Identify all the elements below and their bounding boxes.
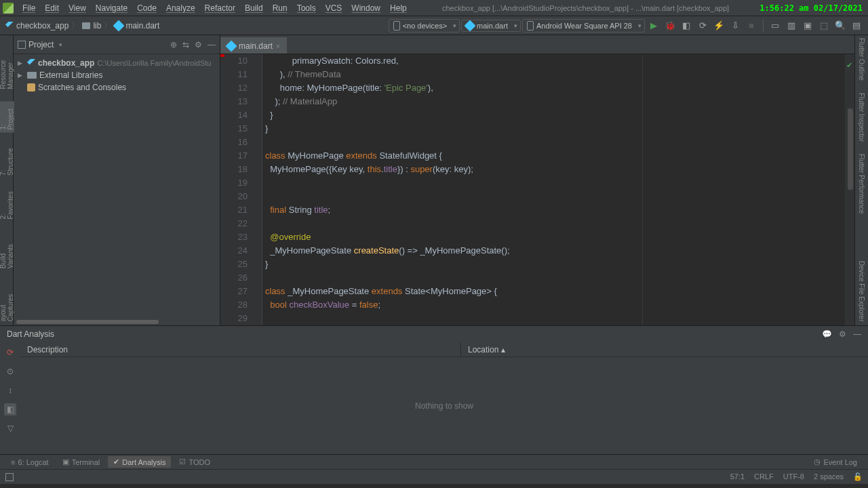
tab-dart-analysis[interactable]: ✔ Dart Analysis — [108, 456, 171, 468]
menu-code[interactable]: Code — [132, 3, 161, 13]
avd-selector[interactable]: Android Wear Square API 28 — [522, 19, 645, 33]
project-tree[interactable]: ▶ checkbox_app C:\Users\Lorilla Family\A… — [14, 54, 220, 96]
tool-resource-manager[interactable]: Resource Manager — [0, 38, 14, 89]
tool-flutter-inspector[interactable]: Flutter Inspector — [858, 93, 865, 142]
panel-settings-button[interactable]: ⚙ — [195, 40, 202, 49]
menu-file[interactable]: File — [18, 3, 40, 13]
editor-vscrollbar[interactable] — [848, 108, 853, 190]
indent-setting[interactable]: 2 spaces — [814, 472, 844, 481]
menu-edit[interactable]: Edit — [40, 3, 64, 13]
code-line[interactable]: final String title; — [265, 203, 845, 217]
coverage-button[interactable]: ◧ — [679, 18, 694, 33]
file-encoding[interactable]: UTF-8 — [783, 472, 804, 481]
tree-root[interactable]: ▶ checkbox_app C:\Users\Lorilla Family\A… — [14, 57, 220, 69]
code-line[interactable]: bool checkBoxValue = false; — [265, 298, 845, 312]
line-gutter[interactable]: 1011121314151617181920212223242526272829 — [220, 54, 253, 325]
analysis-settings-icon[interactable]: ⚙ — [839, 329, 846, 339]
code-line[interactable]: home: MyHomePage(title: 'Epic Page'), — [265, 81, 845, 95]
tab-event-log[interactable]: ◷ Event Log — [808, 456, 863, 468]
tool-flutter-outline[interactable]: Flutter Outline — [858, 38, 865, 81]
code-line[interactable] — [265, 190, 845, 203]
analysis-columns[interactable]: Description Location▴ — [20, 342, 868, 357]
code-line[interactable]: } — [265, 108, 845, 122]
tree-external-libs[interactable]: ▶ External Libraries — [14, 69, 220, 81]
code-line[interactable]: ), // ThemeData — [265, 68, 845, 81]
code-line[interactable] — [265, 271, 845, 285]
menu-vcs[interactable]: VCS — [321, 3, 347, 13]
code-line[interactable] — [265, 136, 845, 149]
fold-gutter[interactable] — [253, 54, 262, 325]
tree-scratches[interactable]: ▶ Scratches and Consoles — [14, 81, 220, 94]
breadcrumb-folder[interactable]: lib — [82, 21, 101, 30]
tool-layout-captures[interactable]: ayout Captures — [0, 281, 14, 321]
col-location[interactable]: Location▴ — [461, 342, 868, 357]
search-everywhere-button[interactable]: 🔍 — [833, 18, 848, 33]
tab-logcat[interactable]: ≡ 6: Logcat — [5, 457, 54, 468]
editor-marker-strip[interactable]: ✔ — [845, 54, 854, 325]
group-button[interactable]: ↕ — [4, 384, 16, 396]
run-button[interactable]: ▶ — [646, 18, 661, 33]
device-selector[interactable]: <no devices> — [389, 19, 460, 33]
code-line[interactable]: _MyHomePageState createState() => _MyHom… — [265, 244, 845, 258]
code-line[interactable]: class MyHomePage extends StatefulWidget … — [265, 149, 845, 163]
code-area[interactable]: 1011121314151617181920212223242526272829… — [220, 54, 854, 325]
stop-button[interactable]: ■ — [744, 18, 759, 33]
sdk-manager-button[interactable]: ▥ — [784, 18, 799, 33]
autoscroll-button[interactable]: ⊙ — [4, 365, 16, 378]
tab-terminal[interactable]: ▣ Terminal — [57, 456, 106, 468]
collapse-button[interactable]: ⇆ — [182, 40, 189, 49]
col-description[interactable]: Description — [20, 342, 461, 357]
project-hscrollbar[interactable] — [14, 320, 220, 325]
project-view-selector[interactable]: Project — [18, 40, 62, 49]
profile-button[interactable]: ⟳ — [695, 18, 710, 33]
menu-navigate[interactable]: Navigate — [91, 3, 132, 13]
menu-refactor[interactable]: Refactor — [200, 3, 240, 13]
tab-todo[interactable]: ☑ TODO — [174, 456, 216, 468]
menu-view[interactable]: View — [64, 3, 91, 13]
tool-build-variants[interactable]: Build Variants — [0, 232, 14, 268]
filter-button[interactable]: ▽ — [4, 422, 16, 434]
debug-button[interactable]: 🐞 — [663, 18, 677, 33]
code-line[interactable] — [265, 217, 845, 230]
tool-flutter-performance[interactable]: Flutter Performance — [858, 154, 865, 214]
menu-window[interactable]: Window — [347, 3, 385, 13]
restart-analysis-button[interactable]: ⟳ — [4, 346, 16, 359]
editor-tab-main[interactable]: main.dart × — [220, 37, 287, 54]
breadcrumb-project[interactable]: checkbox_app — [5, 21, 68, 30]
settings-button[interactable]: ▤ — [849, 18, 864, 33]
menu-tools[interactable]: Tools — [292, 3, 321, 13]
locate-button[interactable]: ⊕ — [170, 40, 177, 49]
code-line[interactable]: class _MyHomePageState extends State<MyH… — [265, 285, 845, 298]
code-line[interactable]: } — [265, 258, 845, 271]
layout-inspector-button[interactable]: ▣ — [800, 18, 815, 33]
readonly-lock-icon[interactable]: 🔓 — [853, 472, 863, 481]
code-line[interactable]: @override — [265, 230, 845, 244]
tool-window-toggle-icon[interactable] — [5, 473, 14, 481]
code-content[interactable]: primarySwatch: Colors.red, ), // ThemeDa… — [262, 54, 845, 325]
tool-structure[interactable]: 7: Structure — [0, 144, 14, 176]
menu-build[interactable]: Build — [240, 3, 268, 13]
menu-analyze[interactable]: Analyze — [161, 3, 200, 13]
hide-analysis-icon[interactable]: — — [853, 329, 861, 339]
sync-button[interactable]: ⬚ — [816, 18, 831, 33]
line-ending[interactable]: CRLF — [754, 472, 774, 481]
tool-project[interactable]: 1: Project — [0, 102, 14, 133]
attach-button[interactable]: ⇩ — [728, 18, 743, 33]
tool-favorites[interactable]: 2: Favorites — [0, 188, 14, 219]
breadcrumb-file[interactable]: main.dart — [115, 21, 159, 30]
hide-panel-button[interactable]: — — [208, 40, 216, 49]
caret-position[interactable]: 57:1 — [730, 472, 745, 481]
code-line[interactable]: primarySwatch: Colors.red, — [265, 54, 845, 68]
code-line[interactable]: ); // MaterialApp — [265, 95, 845, 108]
filter-file-button[interactable]: ◧ — [4, 403, 16, 415]
run-config-selector[interactable]: main.dart — [461, 20, 521, 32]
menu-help[interactable]: Help — [385, 3, 412, 13]
menu-run[interactable]: Run — [268, 3, 292, 13]
code-line[interactable]: } — [265, 122, 845, 136]
hot-reload-button[interactable]: ⚡ — [711, 18, 726, 33]
tool-device-file-explorer[interactable]: Device File Explorer — [858, 261, 865, 321]
close-tab-icon[interactable]: × — [276, 43, 280, 50]
code-line[interactable] — [265, 312, 845, 325]
code-line[interactable]: MyHomePage({Key key, this.title}) : supe… — [265, 163, 845, 176]
avd-manager-button[interactable]: ▭ — [768, 18, 783, 33]
